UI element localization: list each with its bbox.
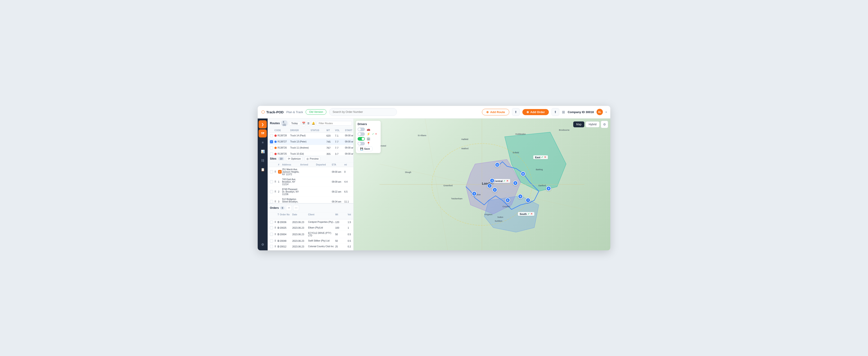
sidebar-item-settings[interactable]: ⚙ (258, 241, 267, 249)
logo-icon: ⬡ (261, 109, 265, 114)
order-row[interactable]: ⠿ D 20067 2023.06.23 Remade Recycling (P… (268, 249, 353, 250)
export-icon: ⬆ (554, 110, 557, 114)
map-pin-9[interactable]: 9 (513, 181, 518, 185)
site-row-depot[interactable]: ⠿ D 251 Marsh Ave. Jackson Heights, NY 1… (268, 167, 353, 177)
zone-label-south: South ✓ ✕ (518, 212, 534, 216)
user-menu-chevron[interactable]: ▾ (606, 111, 607, 113)
map-pin-3[interactable]: 3 (472, 191, 477, 196)
map-pin-5[interactable]: 5 (505, 198, 510, 203)
save-icon: 💾 (360, 147, 363, 150)
route-row[interactable]: ✓ R138727 Truck 13 (Peter) 745 7.7 09:00… (268, 139, 353, 145)
map-type-map-button[interactable]: Map (573, 121, 584, 127)
company-id: Company ID 30018 (567, 110, 594, 114)
order-row[interactable]: ⠿ D 20036 2023.06.23 Centpret Properties… (268, 219, 353, 225)
route-checkbox[interactable] (270, 152, 273, 155)
map-type-controls: Map Hybrid ⚙ (573, 121, 608, 128)
calendar-icon-btn[interactable]: 📅 (302, 120, 306, 126)
upload-button[interactable]: ⬆ (512, 108, 520, 116)
old-version-button[interactable]: Old Version (306, 109, 327, 115)
map-pin-4[interactable]: 4 (492, 187, 497, 192)
orders-icon-btn[interactable]: + (286, 205, 292, 211)
map-pin-10[interactable]: 10 (521, 171, 526, 176)
car-icon: 🚗 (367, 128, 370, 131)
delete-icon-btn[interactable]: 🗑 (307, 120, 310, 126)
sites-list: ⠿ D 251 Marsh Ave. Jackson Heights, NY 1… (268, 167, 353, 203)
orders-title: Orders (270, 206, 279, 210)
map-pin-11[interactable]: 11 (495, 162, 500, 167)
zone-central-x[interactable]: ✕ (506, 179, 508, 182)
user-avatar[interactable]: AL (596, 109, 603, 115)
sidebar-item-home[interactable]: 🗺 (258, 129, 267, 138)
zone-south-x[interactable]: ✕ (530, 212, 532, 215)
site-checkbox[interactable] (270, 180, 273, 183)
sidebar-item-list[interactable]: ≡ (258, 138, 267, 146)
zone-east-x[interactable]: ✕ (544, 156, 546, 159)
site-checkbox[interactable] (270, 170, 273, 173)
map-pin-1[interactable]: 1 (487, 183, 492, 188)
main-body: ❯ 🗺 ≡ 📊 ⛓ 📋 ⚙ Routes 4 (1) Today 📅 🗑 🔔 ⊟… (258, 118, 610, 250)
filter-routes-input[interactable] (317, 121, 352, 126)
grid-view-icon[interactable]: ⊞ (562, 110, 565, 114)
check-x-group: ✓ ✕ (372, 133, 377, 136)
route-checkbox[interactable] (270, 134, 273, 137)
add-order-button[interactable]: ⊕ Add Order (522, 109, 549, 115)
site-row[interactable]: ⠿ 2 8748 Pheasant Dr. Brooklyn, NY 11236… (268, 187, 353, 197)
export-button[interactable]: ⬆ (552, 108, 559, 116)
add-route-button[interactable]: ⊕ Add Route (482, 109, 509, 115)
site-checkbox[interactable] (270, 200, 273, 203)
search-input[interactable] (329, 108, 397, 116)
drivers-toggle-1[interactable] (358, 128, 365, 131)
route-row[interactable]: R138726 Truck 11 (Andrew) 767 7.7 09:00 … (268, 145, 353, 151)
route-checkbox[interactable]: ✓ (270, 140, 273, 143)
zone-south-check[interactable]: ✓ (528, 212, 530, 215)
map-pin-6[interactable]: 6 (518, 194, 523, 199)
toggle-row-4: 📍 (358, 142, 379, 145)
drivers-toggle-4[interactable] (358, 142, 365, 145)
site-row[interactable]: ⠿ 3 512 Bridgeton Street Brooklyn, NY 11… (268, 197, 353, 203)
preview-button[interactable]: ◎ Preview (305, 157, 320, 161)
map-type-hybrid-button[interactable]: Hybrid (586, 121, 599, 127)
bell-icon-btn[interactable]: 🔔 (311, 120, 315, 126)
sidebar-item-integrations[interactable]: ⛓ (258, 156, 267, 165)
order-row[interactable]: ⠿ D 20012 2023.06.23 Colonial Country Cl… (268, 244, 353, 249)
order-row[interactable]: ⠿ D 20025 2023.06.23 Elkam (Pty)Ltd 100 … (268, 225, 353, 231)
orders-options-btn[interactable]: ⋯ (293, 205, 299, 211)
site-checkbox[interactable] (270, 190, 273, 193)
route-row[interactable]: R138728 Truck 14 (Paul) 620 7.1 09:00 am… (268, 133, 353, 139)
map-overlay (353, 118, 610, 250)
order-row[interactable]: ⠿ D 20004 2023.06.23 ECYCLE DRIVE (PTY) … (268, 231, 353, 238)
sidebar-item-analytics[interactable]: 📊 (258, 147, 267, 155)
route-row[interactable]: R138725 Truck 10 (Ed) 355 3.7 09:00 am 1… (268, 151, 353, 155)
drivers-toggle-3[interactable] (358, 137, 365, 141)
drivers-panel: Drivers 🚗 ⚡ ✓ ✕ (356, 121, 381, 153)
sidebar-item-collapse[interactable]: ❯ (258, 120, 267, 129)
map-area[interactable]: Berkhamsted St Albans Hatfield Hoddesdon… (353, 118, 610, 250)
map-settings-button[interactable]: ⚙ (601, 121, 608, 128)
optimize-button[interactable]: ⟳ Optimize (286, 157, 303, 161)
site-row[interactable]: ⠿ 1 743 East Ave. Brooklyn, NY 11214 09:… (268, 177, 353, 187)
plus-icon: ⊕ (486, 110, 489, 114)
zone-east-check[interactable]: ✓ (541, 156, 543, 159)
route-checkbox[interactable] (270, 146, 273, 149)
map-pin-8[interactable]: 8 (546, 186, 551, 191)
save-button[interactable]: 💾 Save (358, 146, 373, 151)
preview-icon: ◎ (307, 157, 309, 160)
routes-table-header: Code Driver Status Wt Vol Start Finish D… (268, 128, 353, 133)
plus-icon-order: ⊕ (526, 110, 529, 114)
sidebar-item-orders[interactable]: 📋 (258, 166, 267, 174)
map-pin-2[interactable]: 2 (490, 178, 495, 183)
upload-icon: ⬆ (515, 110, 517, 114)
left-panel: Routes 4 (1) Today 📅 🗑 🔔 ⊟ ⊞ Code Driver… (268, 118, 353, 250)
optimize-icon: ⟳ (288, 157, 290, 160)
zone-label-central: Central ✓ ✕ (492, 179, 510, 183)
drivers-toggle-2[interactable] (358, 132, 365, 136)
map-pin-7[interactable]: 7 (526, 198, 530, 203)
order-row[interactable]: ⠿ D 20048 2023.06.23 Swift Sililker (Pty… (268, 238, 353, 244)
confirm-icon[interactable]: ✓ (372, 133, 374, 136)
sites-table-header: # Address Arrived Departed ETA mi (268, 163, 353, 167)
cancel-icon[interactable]: ✕ (375, 133, 377, 136)
sites-header: Sites 10 ⟳ Optimize ◎ Preview (268, 155, 353, 163)
routes-count: 4 (1) (281, 120, 287, 126)
zone-central-check[interactable]: ✓ (503, 179, 505, 182)
today-button[interactable]: Today (289, 121, 301, 125)
